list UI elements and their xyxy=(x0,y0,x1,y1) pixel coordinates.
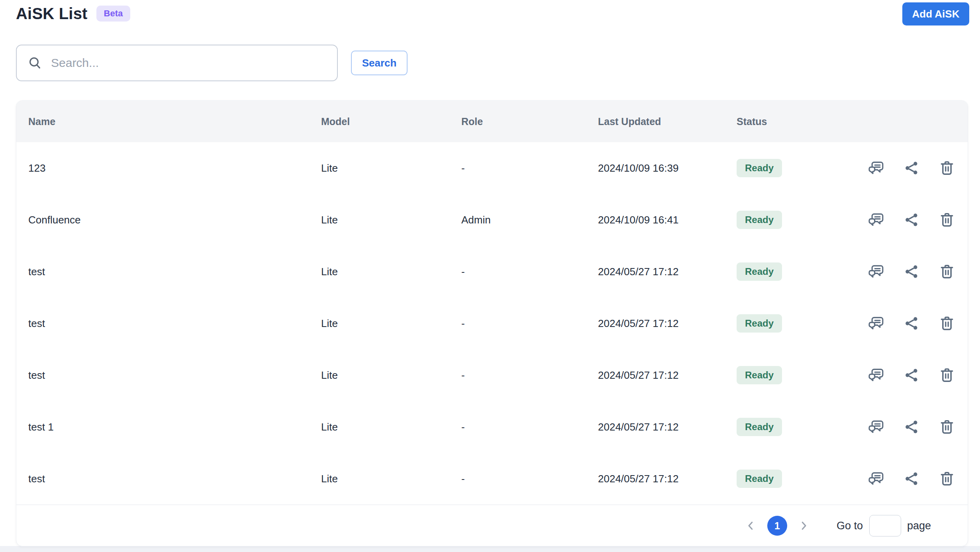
cell-name: 123 xyxy=(28,162,321,174)
trash-icon xyxy=(939,160,955,176)
cell-role: - xyxy=(461,162,598,174)
cell-last-updated: 2024/05/27 17:12 xyxy=(598,317,737,330)
column-header-role: Role xyxy=(461,116,598,127)
cell-last-updated: 2024/05/27 17:12 xyxy=(598,421,737,433)
row-actions xyxy=(868,212,955,228)
table-body: 123 Lite - 2024/10/09 16:39 Ready Conflu xyxy=(16,142,968,505)
chat-icon xyxy=(868,419,884,435)
share-icon xyxy=(904,419,919,435)
add-aisk-button[interactable]: Add AiSK xyxy=(902,2,969,25)
table-header-row: Name Model Role Last Updated Status xyxy=(16,101,968,142)
trash-icon xyxy=(939,367,955,383)
cell-last-updated: 2024/10/09 16:41 xyxy=(598,214,737,226)
trash-icon[interactable] xyxy=(939,419,955,435)
table-row[interactable]: test Lite - 2024/05/27 17:12 Ready xyxy=(16,246,968,298)
trash-icon[interactable] xyxy=(939,160,955,176)
pagination-page-1-button[interactable]: 1 xyxy=(767,516,787,536)
table-row[interactable]: test Lite - 2024/05/27 17:12 Ready xyxy=(16,453,968,505)
search-input[interactable] xyxy=(51,45,337,80)
cell-name: test xyxy=(28,266,321,278)
trash-icon xyxy=(939,212,955,228)
status-badge: Ready xyxy=(737,470,782,488)
chat-icon xyxy=(868,367,884,383)
share-icon xyxy=(904,212,919,228)
pagination-prev-button[interactable] xyxy=(743,518,759,534)
status-badge: Ready xyxy=(737,366,782,384)
cell-role: - xyxy=(461,369,598,382)
cell-status: Ready xyxy=(737,470,868,488)
page-background-strip xyxy=(0,546,980,552)
status-badge: Ready xyxy=(737,418,782,436)
row-actions xyxy=(868,160,955,176)
chat-icon[interactable] xyxy=(868,471,884,487)
table-row[interactable]: test Lite - 2024/05/27 17:12 Ready xyxy=(16,298,968,349)
chat-icon[interactable] xyxy=(868,264,884,280)
share-icon[interactable] xyxy=(904,212,919,228)
trash-icon xyxy=(939,419,955,435)
cell-role: - xyxy=(461,473,598,485)
row-actions xyxy=(868,315,955,331)
aisk-table-card: Name Model Role Last Updated Status 123 … xyxy=(16,100,968,546)
row-actions xyxy=(868,264,955,280)
chat-icon[interactable] xyxy=(868,419,884,435)
share-icon xyxy=(904,471,919,487)
chat-icon[interactable] xyxy=(868,367,884,383)
table-row[interactable]: Confluence Lite Admin 2024/10/09 16:41 R… xyxy=(16,194,968,246)
cell-status: Ready xyxy=(737,159,868,177)
cell-last-updated: 2024/05/27 17:12 xyxy=(598,266,737,278)
cell-model: Lite xyxy=(321,266,461,278)
table-row[interactable]: 123 Lite - 2024/10/09 16:39 Ready xyxy=(16,142,968,194)
cell-model: Lite xyxy=(321,473,461,485)
column-header-status: Status xyxy=(737,116,868,127)
trash-icon[interactable] xyxy=(939,367,955,383)
status-badge: Ready xyxy=(737,314,782,333)
trash-icon[interactable] xyxy=(939,264,955,280)
table-row[interactable]: test 1 Lite - 2024/05/27 17:12 Ready xyxy=(16,401,968,453)
chat-icon[interactable] xyxy=(868,315,884,331)
share-icon[interactable] xyxy=(904,471,919,487)
trash-icon[interactable] xyxy=(939,315,955,331)
share-icon[interactable] xyxy=(904,419,919,435)
chat-icon[interactable] xyxy=(868,212,884,228)
status-badge: Ready xyxy=(737,262,782,281)
chat-icon[interactable] xyxy=(868,160,884,176)
page-label: page xyxy=(907,520,931,532)
goto-page-input[interactable] xyxy=(869,515,901,536)
column-header-last-updated: Last Updated xyxy=(598,116,737,127)
search-button[interactable]: Search xyxy=(351,51,408,75)
share-icon[interactable] xyxy=(904,264,919,280)
chat-icon xyxy=(868,471,884,487)
trash-icon xyxy=(939,315,955,331)
cell-model: Lite xyxy=(321,317,461,330)
cell-role: Admin xyxy=(461,214,598,226)
chat-icon xyxy=(868,315,884,331)
share-icon xyxy=(904,367,919,383)
chevron-right-icon xyxy=(797,519,811,532)
cell-name: test xyxy=(28,369,321,382)
page-header: AiSK List Beta xyxy=(16,2,130,25)
trash-icon[interactable] xyxy=(939,471,955,487)
trash-icon xyxy=(939,471,955,487)
status-badge: Ready xyxy=(737,159,782,177)
cell-model: Lite xyxy=(321,162,461,174)
status-badge: Ready xyxy=(737,211,782,229)
cell-status: Ready xyxy=(737,366,868,384)
share-icon[interactable] xyxy=(904,160,919,176)
share-icon xyxy=(904,264,919,280)
share-icon[interactable] xyxy=(904,315,919,331)
cell-status: Ready xyxy=(737,314,868,333)
share-icon xyxy=(904,160,919,176)
pagination-next-button[interactable] xyxy=(796,518,812,534)
search-box[interactable] xyxy=(16,45,338,81)
row-actions xyxy=(868,367,955,383)
row-actions xyxy=(868,419,955,435)
cell-model: Lite xyxy=(321,214,461,226)
search-icon xyxy=(28,56,42,70)
chat-icon xyxy=(868,160,884,176)
table-row[interactable]: test Lite - 2024/05/27 17:12 Ready xyxy=(16,349,968,401)
cell-last-updated: 2024/10/09 16:39 xyxy=(598,162,737,174)
trash-icon[interactable] xyxy=(939,212,955,228)
share-icon[interactable] xyxy=(904,367,919,383)
chat-icon xyxy=(868,264,884,280)
cell-name: test 1 xyxy=(28,421,321,433)
